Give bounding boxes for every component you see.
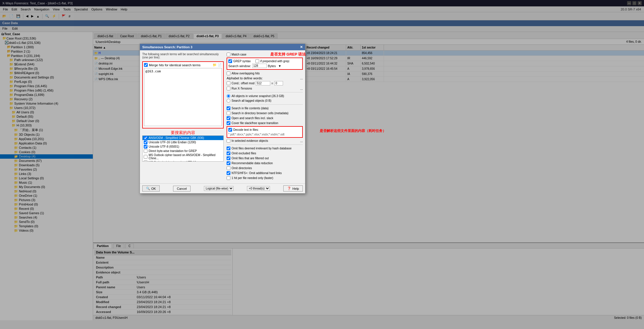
enc-checkbox[interactable] bbox=[144, 155, 147, 159]
recommendable-checkbox[interactable] bbox=[227, 161, 230, 165]
encoding-item[interactable]: ANSI/OEM - Simplified Chinese GBK (936) bbox=[143, 136, 223, 140]
tagged-row: Search all tagged objects (0 B) bbox=[227, 99, 303, 103]
encoding-item[interactable]: Unicode UTF-16 Little Endian (1200) bbox=[143, 140, 223, 144]
in-directory-label: Search in directory browser cells (metad… bbox=[232, 112, 289, 115]
grep-syntax-checkbox[interactable] bbox=[228, 59, 232, 63]
enc-label: Direct byte-wise translation for GREP bbox=[149, 149, 197, 153]
encoding-list: ANSI/OEM - Simplified Chinese GBK (936) … bbox=[142, 135, 224, 162]
cover-slack-checkbox[interactable] bbox=[227, 121, 230, 125]
cond-row: Cond.: offset mod = bbox=[227, 81, 303, 85]
if-prepended-checkbox[interactable] bbox=[255, 59, 259, 63]
all-objects-row: All objects in volume snapshot (26.3 GB) bbox=[227, 94, 303, 98]
allow-overlapping-row: Allow overlapping hits bbox=[227, 71, 303, 75]
encoding-item[interactable]: MS Outlook cipher based on ANSI/OEM - Si… bbox=[143, 153, 223, 160]
tagged-objects-radio[interactable] bbox=[227, 99, 230, 103]
alphabet-btn[interactable]: ... bbox=[300, 76, 303, 80]
enc-checkbox[interactable] bbox=[144, 145, 147, 149]
in-directory-row: Search in directory browser cells (metad… bbox=[227, 111, 303, 115]
encoding-item[interactable]: MS Outlook cipher based on UTF-16 bbox=[143, 160, 223, 162]
omit-filtered-label: Omit files that are filtered out bbox=[232, 157, 269, 160]
dialog: Simultaneous Search: Partition 3 ✕ The f… bbox=[140, 44, 305, 194]
omit-irrelevant-checkbox[interactable] bbox=[227, 146, 230, 150]
alphabet-row: Alphabet to define words: ... bbox=[227, 76, 303, 80]
omit-directories-row: Omit directories bbox=[227, 166, 303, 170]
tagged-objects-label: Search all tagged objects (0 B) bbox=[232, 99, 271, 102]
open-search-label: Open and search files incl. slack bbox=[232, 117, 273, 120]
omit-excluded-checkbox[interactable] bbox=[227, 151, 230, 155]
one-hit-checkbox[interactable] bbox=[227, 176, 230, 180]
cancel-button[interactable]: Cancel bbox=[173, 186, 191, 192]
merge-hits-checkbox[interactable] bbox=[144, 63, 148, 67]
in-file-contents-checkbox[interactable] bbox=[227, 106, 230, 110]
dialog-overlay: Simultaneous Search: Partition 3 ✕ The f… bbox=[0, 0, 644, 320]
allow-overlapping-label: Allow overlapping hits bbox=[232, 72, 260, 75]
open-search-row: Open and search files incl. slack bbox=[227, 116, 303, 120]
enc-checkbox[interactable] bbox=[144, 160, 147, 162]
enc-checkbox[interactable] bbox=[144, 149, 147, 153]
enc-label: MS Outlook cipher based on UTF-16 bbox=[149, 161, 196, 162]
grep-box: GREP syntax if prepended with grep: Sear… bbox=[227, 58, 303, 70]
evidence-btn[interactable]: ... bbox=[300, 139, 303, 143]
search-window-label: Search window: bbox=[228, 64, 251, 68]
alphabet-label: Alphabet to define words: bbox=[227, 76, 263, 80]
dialog-footer: 🔍 OK Cancel Logical (file-wise) +0 threa… bbox=[140, 183, 305, 193]
logical-select[interactable]: Logical (file-wise) bbox=[204, 186, 234, 191]
search-box: Merge hits for identical search terms 📁 … bbox=[142, 61, 224, 128]
open-search-checkbox[interactable] bbox=[227, 116, 230, 120]
cond-checkbox[interactable] bbox=[227, 81, 230, 85]
xtensions-btn[interactable]: ... bbox=[300, 87, 303, 90]
enc-label: MS Outlook cipher based on ANSI/OEM - Si… bbox=[149, 153, 222, 160]
encoding-item[interactable]: Direct byte-wise translation for GREP bbox=[143, 149, 223, 153]
search-textarea[interactable]: @163.com bbox=[144, 68, 222, 126]
omit-irrelevant-label: Omit files deemed irrelevant by hash dat… bbox=[232, 147, 291, 150]
dialog-title-text: Simultaneous Search: Partition 3 bbox=[142, 45, 192, 49]
search-window-row: Search window: Bytes ▼ bbox=[228, 64, 301, 68]
encoding-item[interactable]: Unicode UTF-8 (65001) bbox=[143, 144, 223, 149]
cond-offset-input[interactable] bbox=[274, 81, 283, 85]
ok-button[interactable]: 🔍 OK bbox=[142, 185, 160, 192]
grep-row: GREP syntax if prepended with grep: bbox=[228, 59, 301, 63]
all-objects-radio[interactable] bbox=[227, 94, 230, 98]
match-case-label: Match case bbox=[232, 53, 246, 56]
dialog-close-btn[interactable]: ✕ bbox=[300, 45, 303, 49]
ntfs-checkbox[interactable] bbox=[227, 171, 230, 175]
allow-overlapping-checkbox[interactable] bbox=[227, 71, 230, 75]
search-window-input[interactable] bbox=[252, 64, 267, 68]
enc-checkbox[interactable] bbox=[144, 136, 147, 140]
dialog-description: The following search terms will be searc… bbox=[142, 53, 224, 59]
in-file-contents-row: Search in file contents (data) bbox=[227, 106, 303, 110]
section-sep3 bbox=[227, 144, 303, 145]
cond-value-input[interactable] bbox=[256, 81, 270, 85]
search-hint: 要搜索的内容 bbox=[142, 130, 224, 135]
omit-filtered-checkbox[interactable] bbox=[227, 156, 230, 160]
thread-select[interactable]: +0 thread(s) bbox=[247, 186, 270, 191]
if-prepended-label: if prepended with grep: bbox=[260, 60, 290, 63]
omit-directories-label: Omit directories bbox=[232, 167, 252, 170]
section-sep2 bbox=[227, 104, 303, 105]
search-window-dropdown[interactable]: ▼ bbox=[278, 64, 281, 68]
run-xtensions-row: Run X-Tensions ... bbox=[227, 87, 303, 90]
dialog-title: Simultaneous Search: Partition 3 ✕ bbox=[140, 44, 305, 50]
file-icon[interactable]: 📄 bbox=[218, 63, 222, 67]
omit-directories-checkbox[interactable] bbox=[227, 166, 230, 170]
decode-text-checkbox[interactable] bbox=[228, 128, 232, 132]
match-case-checkbox[interactable] bbox=[227, 53, 230, 56]
enc-label: ANSI/OEM - Simplified Chinese GBK (936) bbox=[149, 136, 204, 140]
cond-equals: = bbox=[271, 82, 273, 85]
decode-box: Decode text in files: *.pdf;*.docx;*.ppt… bbox=[227, 126, 303, 138]
one-hit-label: 1 hit per file needed only (faster) bbox=[232, 176, 273, 180]
annotation-decode: 是否解析这些文件里面的内容（耗时任务） bbox=[320, 128, 386, 133]
run-xtensions-checkbox[interactable] bbox=[227, 87, 230, 90]
in-selected-evidence-checkbox[interactable] bbox=[227, 139, 230, 143]
in-file-contents-label: Search in file contents (data) bbox=[232, 107, 268, 110]
section-sep1 bbox=[227, 92, 303, 92]
cover-slack-label: Cover file slack/free space transition bbox=[232, 121, 278, 125]
enc-label: Unicode UTF-8 (65001) bbox=[149, 145, 179, 148]
recommendable-row: Recommendable data reduction bbox=[227, 161, 303, 165]
search-options-row: Merge hits for identical search terms 📁 … bbox=[144, 63, 222, 67]
enc-label: Unicode UTF-16 Little Endian (1200) bbox=[149, 141, 196, 144]
help-button[interactable]: ❓ Help bbox=[283, 185, 303, 192]
enc-checkbox[interactable] bbox=[144, 140, 147, 144]
in-directory-checkbox[interactable] bbox=[227, 111, 230, 115]
folder-icon[interactable]: 📁 bbox=[213, 63, 217, 67]
